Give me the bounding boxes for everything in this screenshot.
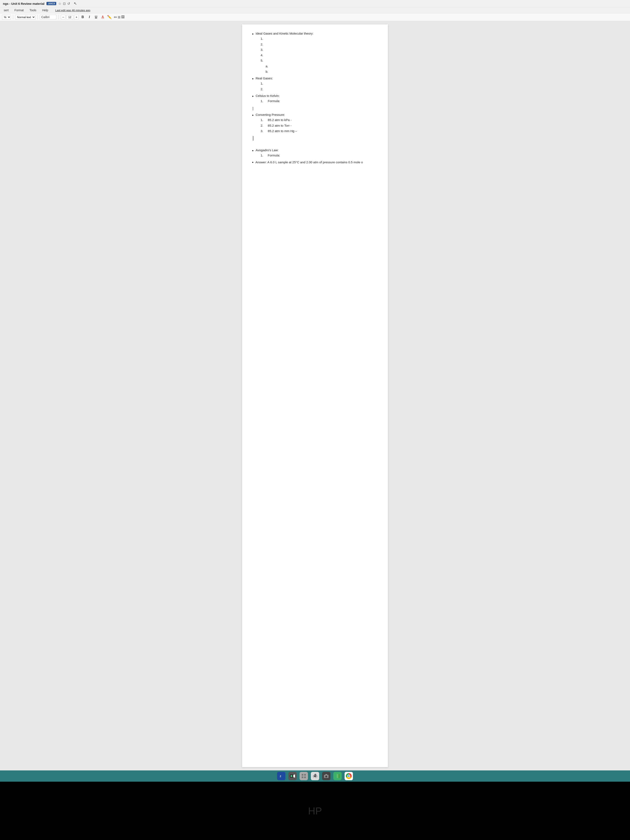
bullet-item-pressure: • Converting Pressure: 1. 85.2 atm to kP…: [252, 112, 378, 134]
menu-format[interactable]: Format: [14, 8, 24, 12]
menu-bar: sert Format Tools Help Last edit was 46 …: [0, 7, 630, 13]
bullet-dot-1: •: [252, 31, 254, 37]
last-edit-label: Last edit was 46 minutes ago: [55, 9, 90, 12]
avogadro-title: Avogadro's Law:: [256, 148, 278, 152]
bullet-content-avogadro: Avogadro's Law: 1. Formula:: [256, 148, 378, 158]
bullet-item-avogadro: • Avogadro's Law: 1. Formula:: [252, 148, 378, 158]
font-color-button[interactable]: A: [100, 14, 106, 20]
video-icon[interactable]: [288, 772, 297, 780]
cursor-icon: ↖: [74, 1, 77, 6]
list-item: 2. 85.2 atm to Torr -: [261, 123, 378, 128]
menu-insert[interactable]: sert: [3, 8, 9, 12]
menu-tools[interactable]: Tools: [29, 8, 37, 12]
svg-marker-17: [338, 774, 340, 778]
answer-text: Answer: A 6.0 L sample at 25°C and 2.00 …: [256, 160, 363, 164]
image-icon[interactable]: 🖼: [121, 15, 125, 19]
increase-font-btn[interactable]: +: [74, 15, 79, 19]
svg-marker-3: [293, 774, 295, 778]
list-item: 5.: [261, 58, 378, 63]
title-icons: ☆ ⊡ ↺: [58, 2, 70, 6]
toolbar: % Normal text Calibri − + B I U A ✏️ ⇔ ⊞…: [0, 13, 630, 21]
list-item: a.: [265, 64, 378, 68]
list-item: 1.: [261, 81, 378, 86]
camera-icon[interactable]: [322, 772, 330, 780]
list-item: 1. Formula:: [261, 153, 378, 158]
bullet-dot-5: •: [252, 148, 254, 153]
bullet-item-answer: ■ Answer: A 6.0 L sample at 25°C and 2.0…: [252, 160, 378, 164]
svg-marker-15: [335, 774, 337, 778]
font-name[interactable]: Calibri: [40, 15, 57, 19]
list-item: 1. Formula:: [261, 98, 378, 103]
list-item: b.: [265, 69, 378, 74]
svg-text:Z: Z: [280, 775, 281, 777]
bullet-item-ideal-gases: • Ideal Gases and Kinetic Molecular theo…: [252, 31, 378, 74]
svg-rect-7: [304, 774, 306, 775]
real-gases-title: Real Gases:: [256, 76, 273, 80]
zoom-select[interactable]: %: [2, 15, 11, 20]
svg-rect-13: [325, 774, 327, 775]
celsius-title: Celsius to Kelvin:: [256, 94, 279, 98]
avogadro-list: 1. Formula:: [256, 153, 378, 158]
docx-badge: .DOCX: [46, 2, 56, 5]
ideal-gases-sub-list: a. b.: [256, 64, 378, 74]
menu-help[interactable]: Help: [41, 8, 49, 12]
bullet-content-pressure: Converting Pressure: 1. 85.2 atm to kPa …: [256, 112, 378, 134]
italic-button[interactable]: I: [87, 14, 92, 20]
grid-icon[interactable]: [300, 772, 308, 780]
refresh-icon[interactable]: ↺: [67, 2, 70, 6]
small-bullet-dot: ■: [252, 161, 253, 164]
list-item: 3.: [261, 47, 378, 52]
taskbar: Z 🕷️: [0, 771, 630, 782]
spacer: [252, 144, 378, 148]
zoom-icon[interactable]: Z: [277, 772, 286, 780]
pressure-list: 1. 85.2 atm to kPa - 2. 85.2 atm to Torr…: [256, 117, 378, 133]
real-gases-list: 1. 2.: [256, 81, 378, 92]
svg-point-12: [325, 776, 327, 777]
bullet-dot-2: •: [252, 76, 254, 82]
underline-button[interactable]: U: [93, 14, 99, 20]
list-item: 4.: [261, 53, 378, 57]
toolbar-divider-3: [58, 15, 59, 19]
svg-rect-6: [302, 774, 303, 775]
bullet-item-real-gases: • Real Gases: 1. 2.: [252, 76, 378, 92]
svg-point-5: [291, 775, 292, 777]
font-size-controls: − +: [61, 15, 79, 19]
toolbar-extra: ⇔ ⊞ 🖼: [114, 15, 125, 19]
decrease-font-btn[interactable]: −: [61, 15, 65, 19]
list-item: 2.: [261, 87, 378, 92]
cursor-line-1: |: [252, 106, 378, 112]
hp-logo: HP: [308, 805, 322, 817]
spider-icon[interactable]: 🕷️: [311, 772, 319, 780]
table-icon[interactable]: ⊞: [118, 15, 120, 19]
document-title: ngs - Unit 6 Review material: [3, 2, 44, 5]
document-page: • Ideal Gases and Kinetic Molecular theo…: [242, 24, 388, 767]
star-icon[interactable]: ☆: [58, 2, 61, 6]
bullet-dot-3: •: [252, 93, 254, 99]
font-size-input[interactable]: [66, 15, 73, 19]
list-item: 1.: [261, 36, 378, 41]
chrome-icon[interactable]: [344, 772, 353, 780]
ideal-gases-list: 1. 2. 3. 4. 5.: [256, 36, 378, 63]
list-item: 1. 85.2 atm to kPa -: [261, 117, 378, 122]
style-dropdown[interactable]: Normal text: [15, 15, 35, 20]
list-item: 3. 85.2 atm to mm Hg –: [261, 128, 378, 133]
bold-button[interactable]: B: [80, 14, 85, 20]
maps-icon[interactable]: [333, 772, 342, 780]
cursor-line-2: [253, 136, 254, 141]
bullet-item-celsius: • Celsius to Kelvin: 1. Formula:: [252, 93, 378, 104]
expand-icon[interactable]: ⊡: [63, 2, 66, 6]
list-item: 2.: [261, 42, 378, 47]
bullet-content-real-gases: Real Gases: 1. 2.: [256, 76, 378, 92]
pressure-title: Converting Pressure:: [256, 113, 285, 117]
svg-rect-9: [304, 777, 306, 778]
document-wrapper: • Ideal Gases and Kinetic Molecular theo…: [0, 21, 630, 771]
bullet-content-ideal-gases: Ideal Gases and Kinetic Molecular theory…: [256, 31, 378, 74]
bottom-area: HP: [0, 782, 630, 840]
svg-rect-8: [302, 777, 303, 778]
link-icon[interactable]: ⇔: [114, 15, 117, 19]
toolbar-divider-1: [13, 15, 13, 19]
title-bar: ngs - Unit 6 Review material .DOCX ☆ ⊡ ↺…: [0, 0, 630, 7]
pencil-icon[interactable]: ✏️: [107, 15, 112, 19]
celsius-list: 1. Formula:: [256, 98, 378, 103]
bullet-content-celsius: Celsius to Kelvin: 1. Formula:: [256, 93, 378, 104]
